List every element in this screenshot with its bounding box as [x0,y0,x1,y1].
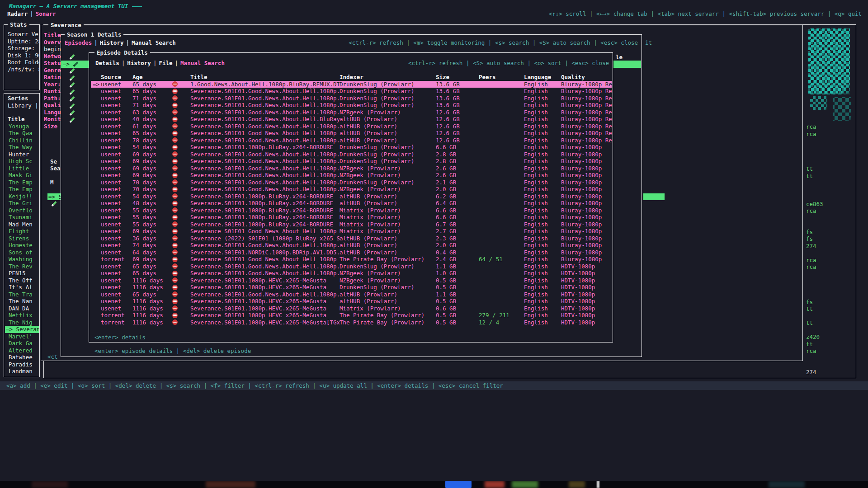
release-row[interactable]: usenet71 daysSeverance.S01E01.Good.News.… [91,102,612,109]
release-row[interactable]: usenet64 daysSeverance.S01E01.NORDiC.108… [91,249,612,256]
series-item[interactable]: Sirens [5,235,39,242]
release-row[interactable]: usenet54 daysSeverance.S01E01.1080p.BluR… [91,193,612,200]
series-item[interactable]: Washing [5,256,39,263]
tab-episode-file[interactable]: File [159,60,172,66]
release-cell-rejected [171,277,190,284]
release-row[interactable]: usenet65 daysSeverance.S01E01.Good.News.… [91,270,612,277]
release-cell-peers [479,81,524,88]
wallpaper-blob [512,481,538,488]
release-row[interactable]: usenet40 daysSeverance.S01E01.Good.News.… [91,116,612,123]
release-row[interactable]: usenet70 daysSeverance.S01E01.Good.News.… [91,179,612,186]
series-item[interactable]: It's Al [5,284,39,291]
series-item[interactable]: The Rev [5,263,39,270]
series-item[interactable]: Sons of [5,249,39,256]
selected-episode-row-fragment-right[interactable] [613,61,641,68]
series-item[interactable]: The Gri [5,200,39,207]
tab-episodes[interactable]: Episodes [65,39,92,46]
release-row[interactable]: usenet54 daysSeverance.S01E01.1080p.BluR… [91,144,612,151]
release-row[interactable]: usenet78 daysSeverance.S01E01.Good.News.… [91,137,612,144]
series-item[interactable]: Batwhee [5,354,39,361]
series-item[interactable]: The Tra [5,291,39,298]
series-item[interactable]: Hunter [5,151,39,158]
series-item[interactable]: The Emp [5,179,39,186]
release-row[interactable]: usenet65 daysSeverance.S01E01.Good.News.… [91,263,612,270]
release-row[interactable]: usenet1116 daysSeverance.S01E01.1080p.HE… [91,298,612,305]
series-item[interactable]: The Off [5,277,39,284]
series-item[interactable]: High Sc [5,158,39,165]
series-item[interactable]: The Nan [5,298,39,305]
tab-season-manual-search[interactable]: Manual Search [132,39,176,46]
release-row[interactable]: usenet74 daysSeverance.S01E01.Good.News.… [91,242,612,249]
series-item[interactable]: Overflo [5,207,39,214]
series-item[interactable]: Altered [5,347,39,354]
series-item[interactable]: Mad Men [5,221,39,228]
series-item[interactable]: Tsunami [5,214,39,221]
tab-radarr[interactable]: Radarr [7,10,28,17]
selected-season-row-fragment[interactable]: => S [47,193,61,201]
release-row[interactable]: usenet71 daysSeverance.S01E01.Good.News.… [91,95,612,102]
release-cell-indexer: NZBgeek (Prowlarr) [340,270,436,277]
series-item[interactable]: Little [5,165,39,172]
release-row[interactable]: usenet69 daysSeverance.S01E01.Good.News.… [91,151,612,158]
release-row[interactable]: usenet55 daysSeverance.S01E01.1080p.BluR… [91,221,612,228]
release-row[interactable]: usenet63 daysSeverance.S01E01.Good.News.… [91,109,612,116]
series-item[interactable]: Chillin [5,137,39,144]
release-row[interactable]: usenet65 daysSeverance.S01E01 Good News … [91,130,612,137]
series-item[interactable]: Paradis [5,361,39,368]
series-item[interactable]: PEN15 [5,270,39,277]
selected-episode-row-fragment[interactable]: => [61,61,89,68]
series-item[interactable]: Keijo!! [5,193,39,200]
release-cell-rejected [171,200,190,207]
release-row[interactable]: usenet55 daysSeverance.S01E01.1080p.BluR… [91,207,612,214]
release-row[interactable]: usenet69 daysSeverance S01E01 Good News … [91,228,612,235]
release-cell-indexer: DrunkenSlug (Prowlarr) [340,158,436,165]
release-cell-rejected [171,144,190,151]
series-item[interactable]: Yosuga [5,123,39,130]
release-row[interactable]: usenet65 daysSeverance.S01E01.Good.News.… [91,88,612,95]
release-row[interactable]: usenet1116 daysSeverance.S01E01.1080p.HE… [91,284,612,291]
release-row[interactable]: torrent1116 daysSeverance.S01E01.1080p.H… [91,319,612,326]
tab-season-history[interactable]: History [100,39,124,46]
tab-sonarr[interactable]: Sonarr [36,10,56,17]
series-item[interactable]: Netflix [5,312,39,319]
series-item[interactable]: Dark Ga [5,340,39,347]
release-cell-size: 12.6 GB [436,109,479,116]
release-row[interactable]: usenet69 daysSeverance.S01E01.Good.News.… [91,158,612,165]
release-cell-prefix [91,305,101,312]
series-item[interactable]: The Nig [5,319,39,326]
tab-episode-history[interactable]: History [127,60,151,66]
series-item[interactable]: The Qwa [5,130,39,137]
series-item[interactable]: The Way [5,144,39,151]
series-item[interactable]: => Severan [5,326,39,333]
rejected-icon [172,313,178,318]
release-cell-quality: Bluray-1080p Re [561,123,612,130]
series-item[interactable]: Homeste [5,242,39,249]
series-item[interactable]: Landman [5,368,39,375]
series-item[interactable]: DAN DA [5,305,39,312]
release-row[interactable]: usenet69 daysSeverance.S01E01.Good.News.… [91,165,612,172]
release-cell-source: usenet [101,172,132,179]
release-row[interactable]: =>usenet65 days1.Good.News.About.Hell.10… [91,81,612,88]
selected-season-row-fragment-right[interactable] [643,193,665,201]
series-item[interactable]: Flight [5,228,39,235]
release-cell-size: 6.2 GB [436,193,479,200]
release-row[interactable]: usenet65 daysSeverance.S01E01.Good.News.… [91,291,612,298]
release-row[interactable]: usenet55 daysSeverance.S01E01.1080p.BluR… [91,214,612,221]
series-item[interactable]: Mask Gi [5,172,39,179]
release-row[interactable]: usenet48 daysSeverance.S01E01.1080p.BluR… [91,200,612,207]
series-item[interactable]: Marvel' [5,333,39,340]
series-item[interactable]: The Emp [5,186,39,193]
tab-episode-details[interactable]: Details [95,60,119,66]
release-row[interactable]: usenet1116 daysSeverance.S01E01.1080p.HE… [91,305,612,312]
detail-field-label: Year: [44,81,61,88]
release-row[interactable]: usenet1116 daysSeverance.S01E01.1080p.HE… [91,277,612,284]
release-row[interactable]: usenet36 daysSeverance (2022) S01E01 (10… [91,235,612,242]
release-row[interactable]: torrent1116 daysSeverance S01E01 1080p H… [91,312,612,319]
release-row[interactable]: usenet69 daysSeverance.S01E01.Good.News.… [91,172,612,179]
release-row[interactable]: usenet70 daysSeverance.S01E01.Good.News.… [91,186,612,193]
release-cell-peers [479,116,524,123]
release-cell-rejected [171,228,190,235]
release-row[interactable]: torrent69 daysSeverance S01E01 Good News… [91,256,612,263]
tab-episode-manual-search[interactable]: Manual Search [180,60,225,66]
release-row[interactable]: usenet61 daysSeverance.S01E01.Good.News.… [91,123,612,130]
